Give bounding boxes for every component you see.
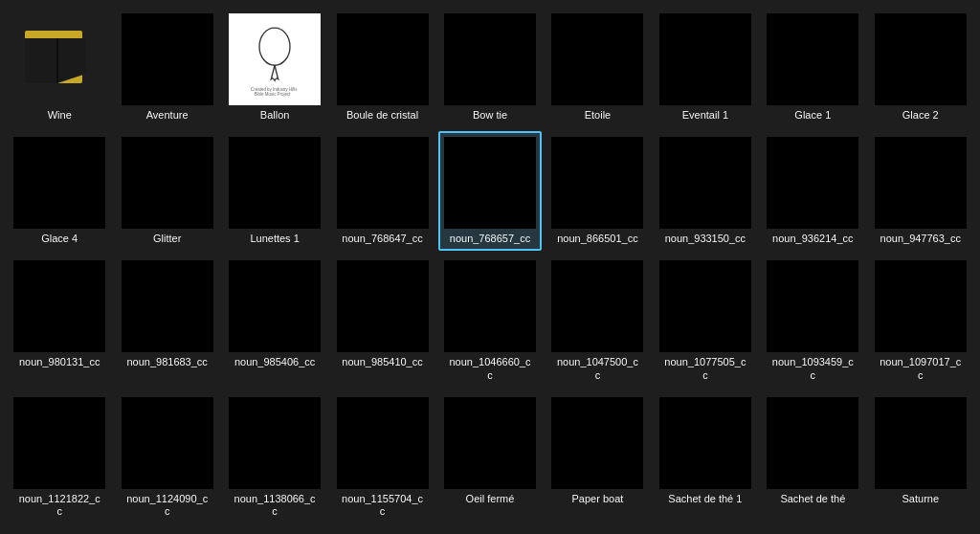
- grid-item-30[interactable]: noun_1155704_cc: [330, 391, 434, 523]
- item-label: Etoile: [585, 109, 612, 122]
- grid-item-1[interactable]: Aventure: [115, 8, 218, 127]
- grid-item-5[interactable]: Etoile: [546, 8, 649, 127]
- grid-item-18[interactable]: noun_980131_cc: [8, 255, 111, 387]
- item-label: noun_1124090_cc: [126, 493, 208, 518]
- file-thumbnail: [122, 13, 213, 105]
- file-thumbnail: [13, 260, 105, 352]
- grid-item-6[interactable]: Eventail 1: [654, 8, 757, 127]
- file-thumbnail: [659, 13, 751, 105]
- item-label: noun_1047500_cc: [557, 356, 638, 381]
- file-thumbnail: [122, 137, 213, 229]
- file-thumbnail: [767, 397, 858, 489]
- file-thumbnail: [551, 13, 643, 105]
- item-label: Lunettes 1: [250, 233, 299, 245]
- grid-item-27[interactable]: noun_1121822_cc: [8, 391, 111, 523]
- grid-item-31[interactable]: Oeil fermé: [438, 391, 542, 523]
- item-label: Ballon: [260, 109, 290, 122]
- grid-item-9[interactable]: Glace 4: [8, 131, 111, 251]
- grid-item-3[interactable]: Boule de cristal: [330, 8, 434, 127]
- grid-item-0[interactable]: Wine: [8, 8, 111, 127]
- file-thumbnail: [337, 397, 429, 489]
- grid-item-17[interactable]: noun_947763_cc: [869, 131, 972, 251]
- file-grid: WineAventure Created by Industry Hills B…: [0, 0, 980, 531]
- grid-item-22[interactable]: noun_1046660_cc: [438, 255, 542, 387]
- file-thumbnail: [444, 137, 536, 229]
- item-label: noun_947763_cc: [880, 233, 961, 245]
- grid-item-25[interactable]: noun_1093459_cc: [761, 255, 864, 387]
- file-thumbnail: [13, 137, 105, 229]
- grid-item-7[interactable]: Glace 1: [761, 8, 864, 127]
- file-thumbnail: [875, 13, 967, 105]
- item-label: Glitter: [153, 233, 181, 245]
- svg-text:Bible Music Project: Bible Music Project: [255, 92, 291, 97]
- grid-item-2[interactable]: Created by Industry Hills Bible Music Pr…: [223, 8, 326, 127]
- item-label: Paper boat: [572, 493, 624, 505]
- file-thumbnail: [659, 137, 751, 229]
- item-label: noun_768657_cc: [450, 233, 530, 245]
- file-thumbnail: [337, 260, 429, 352]
- item-label: noun_980131_cc: [19, 356, 100, 368]
- item-label: Boule de cristal: [346, 109, 418, 122]
- grid-item-32[interactable]: Paper boat: [546, 391, 649, 523]
- file-thumbnail: [229, 260, 321, 352]
- item-label: Sachet de thé: [780, 493, 845, 505]
- folder-icon: [13, 13, 105, 105]
- item-label: noun_985410_cc: [342, 356, 422, 368]
- file-thumbnail: [551, 397, 643, 489]
- item-label: noun_1046660_cc: [449, 356, 530, 381]
- item-label: Eventail 1: [682, 109, 728, 122]
- grid-item-16[interactable]: noun_936214_cc: [761, 131, 864, 251]
- file-thumbnail: [875, 137, 967, 229]
- file-thumbnail: [122, 397, 213, 489]
- grid-item-29[interactable]: noun_1138066_cc: [223, 391, 326, 523]
- grid-item-10[interactable]: Glitter: [115, 131, 218, 251]
- grid-item-28[interactable]: noun_1124090_cc: [115, 391, 218, 523]
- svg-marker-1: [25, 38, 57, 83]
- file-thumbnail: [444, 397, 536, 489]
- grid-item-13[interactable]: noun_768657_cc: [438, 131, 542, 251]
- item-label: Aventure: [146, 109, 189, 122]
- grid-item-24[interactable]: noun_1077505_cc: [654, 255, 757, 387]
- item-label: noun_1121822_cc: [19, 493, 100, 518]
- file-thumbnail: [551, 260, 643, 352]
- item-label: noun_985406_cc: [234, 356, 315, 368]
- item-label: noun_1155704_cc: [342, 493, 423, 518]
- grid-item-19[interactable]: noun_981683_cc: [115, 255, 218, 387]
- grid-item-8[interactable]: Glace 2: [869, 8, 972, 127]
- grid-item-26[interactable]: noun_1097017_cc: [869, 255, 972, 387]
- grid-item-12[interactable]: noun_768647_cc: [330, 131, 434, 251]
- file-thumbnail: [444, 260, 536, 352]
- item-label: noun_866501_cc: [557, 233, 637, 245]
- grid-item-14[interactable]: noun_866501_cc: [546, 131, 649, 251]
- grid-item-35[interactable]: Saturne: [869, 391, 972, 523]
- grid-item-4[interactable]: Bow tie: [438, 8, 542, 127]
- grid-item-11[interactable]: Lunettes 1: [223, 131, 326, 251]
- item-label: noun_768647_cc: [342, 233, 422, 245]
- grid-item-15[interactable]: noun_933150_cc: [654, 131, 757, 251]
- file-thumbnail: [337, 13, 429, 105]
- item-label: noun_981683_cc: [126, 356, 207, 368]
- file-thumbnail: [875, 397, 967, 489]
- grid-item-34[interactable]: Sachet de thé: [761, 391, 864, 523]
- file-thumbnail: [229, 397, 321, 489]
- item-label: noun_1077505_cc: [664, 356, 746, 381]
- grid-item-21[interactable]: noun_985410_cc: [330, 255, 434, 387]
- file-thumbnail: [767, 137, 858, 229]
- item-label: Glace 4: [41, 233, 78, 245]
- item-label: Saturne: [902, 493, 940, 505]
- file-thumbnail: [337, 137, 429, 229]
- svg-point-4: [259, 28, 290, 65]
- item-label: Glace 1: [794, 109, 831, 122]
- item-label: Glace 2: [902, 109, 939, 122]
- grid-item-23[interactable]: noun_1047500_cc: [546, 255, 649, 387]
- grid-item-33[interactable]: Sachet de thé 1: [654, 391, 757, 523]
- file-thumbnail: [875, 260, 967, 352]
- svg-text:Created by Industry Hills: Created by Industry Hills: [251, 87, 298, 92]
- file-thumbnail: [659, 260, 751, 352]
- grid-item-20[interactable]: noun_985406_cc: [223, 255, 326, 387]
- file-thumbnail: [444, 13, 536, 105]
- item-label: noun_933150_cc: [665, 233, 746, 245]
- file-thumbnail: [767, 13, 858, 105]
- file-thumbnail: [659, 397, 751, 489]
- balloon-icon: Created by Industry Hills Bible Music Pr…: [229, 13, 321, 105]
